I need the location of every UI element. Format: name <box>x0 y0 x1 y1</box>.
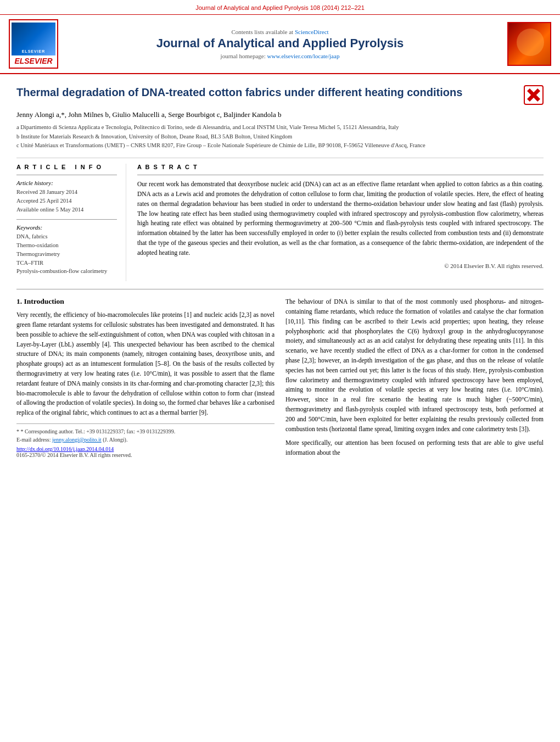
crossmark[interactable] <box>524 85 544 105</box>
doi-line: http://dx.doi.org/10.1016/j.jaap.2014.04… <box>16 446 275 452</box>
body-left-column: 1. Introduction Very recently, the effic… <box>16 297 275 462</box>
article-history: Article history: Received 28 January 201… <box>16 180 117 214</box>
journal-homepage-line: journal homepage: www.elsevier.com/locat… <box>64 53 496 59</box>
abstract-label: A B S T R A C T <box>137 164 544 170</box>
authors: Jenny Alongi a,*, John Milnes b, Giulio … <box>16 110 544 119</box>
corresponding-note: * * Corresponding author. Tel.: +39 0131… <box>16 427 275 436</box>
journal-logo-right <box>502 22 551 66</box>
doi-link[interactable]: http://dx.doi.org/10.1016/j.jaap.2014.04… <box>16 446 114 452</box>
affiliation-b: b Institute for Materials Research & Inn… <box>16 133 544 141</box>
journal-header: ELSEVIER Contents lists available at Sci… <box>0 15 560 74</box>
main-body: 1. Introduction Very recently, the effic… <box>16 289 544 462</box>
keywords-label: Keywords: <box>16 224 117 231</box>
license-line: 0165-2370/© 2014 Elsevier B.V. All right… <box>16 452 275 458</box>
section1-title: 1. Introduction <box>16 297 275 306</box>
abstract-text: Our recent work has demonstrated that de… <box>137 180 544 258</box>
affiliation-a: a Dipartimento di Scienza Applicata e Te… <box>16 124 544 132</box>
keyword-5: Pyrolysis-combustion-flow calorimetry <box>16 267 117 276</box>
section1-right-text2: More specifically, our attention has bee… <box>285 438 544 458</box>
footer-section: * * Corresponding author. Tel.: +39 0131… <box>16 423 275 458</box>
article-info-label: A R T I C L E I N F O <box>16 164 117 170</box>
article-info-panel: A R T I C L E I N F O Article history: R… <box>16 164 126 281</box>
affiliation-c: c Unité Matériaux et Transformations (UM… <box>16 142 544 150</box>
section1-right-text: The behaviour of DNA is similar to that … <box>285 297 544 434</box>
elsevier-logo-left: ELSEVIER <box>9 19 58 69</box>
article-title: Thermal degradation of DNA-treated cotto… <box>16 85 517 99</box>
keyword-2: Thermo-oxidation <box>16 241 117 250</box>
top-bar: Journal of Analytical and Applied Pyroly… <box>0 0 560 15</box>
keyword-4: TCA–FTIR <box>16 259 117 267</box>
keywords-section: Keywords: DNA, fabrics Thermo-oxidation … <box>16 224 117 276</box>
article-content: Thermal degradation of DNA-treated cotto… <box>0 74 560 473</box>
article-info-abstract: A R T I C L E I N F O Article history: R… <box>16 158 544 281</box>
article-title-section: Thermal degradation of DNA-treated cotto… <box>16 85 544 105</box>
section1-left-text: Very recently, the efficiency of bio-mac… <box>16 310 275 418</box>
author-email[interactable]: jenny.alongi@polito.it <box>52 437 102 443</box>
keyword-3: Thermogravimetry <box>16 250 117 259</box>
abstract-section: A B S T R A C T Our recent work has demo… <box>137 164 544 281</box>
journal-homepage-link[interactable]: www.elsevier.com/locate/jaap <box>267 53 340 59</box>
affiliations: a Dipartimento di Scienza Applicata e Te… <box>16 124 544 150</box>
keyword-1: DNA, fabrics <box>16 232 117 241</box>
sciencedirect-link[interactable]: ScienceDirect <box>295 29 329 35</box>
journal-title: Journal of Analytical and Applied Pyroly… <box>64 36 496 51</box>
email-line: E-mail address: jenny.alongi@polito.it (… <box>16 436 275 444</box>
footnote-star: * <box>16 428 21 434</box>
available-date: Available online 5 May 2014 <box>16 205 117 214</box>
sciencedirect-line: Contents lists available at ScienceDirec… <box>64 29 496 35</box>
accepted-date: Accepted 25 April 2014 <box>16 197 117 205</box>
body-right-column: The behaviour of DNA is similar to that … <box>285 297 544 462</box>
received-date: Received 28 January 2014 <box>16 188 117 197</box>
journal-reference: Journal of Analytical and Applied Pyroly… <box>195 4 365 11</box>
journal-center-content: Contents lists available at ScienceDirec… <box>58 29 502 59</box>
copyright: © 2014 Elsevier B.V. All rights reserved… <box>137 263 544 269</box>
history-label: Article history: <box>16 180 117 186</box>
